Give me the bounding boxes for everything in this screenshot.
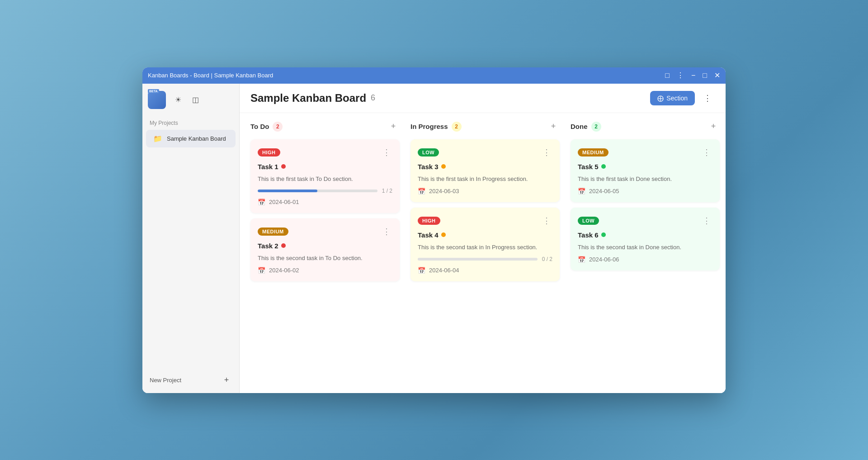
sidebar-item-sample-kanban[interactable]: 📁 Sample Kanban Board — [146, 130, 236, 147]
column-title-inprogress: In Progress — [410, 123, 448, 130]
card-description-task1: This is the first task in To Do section. — [258, 175, 392, 183]
column-inprogress: In Progress 2 + LOW ⋮ Task 3 This is the… — [410, 120, 560, 386]
priority-badge-task2: MEDIUM — [258, 228, 288, 236]
column-cards-todo: HIGH ⋮ Task 1 This is the first task in … — [250, 139, 400, 281]
column-title-group-todo: To Do 2 — [250, 122, 283, 132]
priority-badge-task6: LOW — [578, 217, 599, 225]
main-content: Sample Kanban Board 6 ⨁ Section ⋮ To Do … — [240, 84, 726, 393]
sidebar: BETA ☀ ◫ My Projects 📁 Sample Kanban Boa… — [142, 84, 240, 393]
card-description-task2: This is the second task in To Do section… — [258, 254, 392, 262]
card-title-task6: Task 6 — [578, 231, 599, 239]
calendar-icon-task4: 📅 — [418, 267, 425, 274]
card-menu-button-task6[interactable]: ⋮ — [701, 215, 712, 227]
column-add-button-done[interactable]: + — [707, 120, 720, 133]
card-menu-button-task3[interactable]: ⋮ — [541, 147, 552, 158]
section-plus-icon: ⨁ — [657, 95, 664, 102]
section-button-label: Section — [666, 95, 688, 102]
more-icon[interactable]: ⋮ — [677, 71, 684, 80]
card-title-row-task3: Task 3 — [418, 163, 552, 171]
date-row-task5: 📅 2024-06-05 — [578, 188, 712, 195]
close-icon[interactable]: ✕ — [714, 71, 720, 80]
card-menu-button-task2[interactable]: ⋮ — [381, 226, 392, 237]
status-dot-task6 — [601, 232, 606, 237]
date-row-task3: 📅 2024-06-03 — [418, 188, 552, 195]
card-header-task5: MEDIUM ⋮ — [578, 147, 712, 158]
progress-label-task4: 0 / 2 — [542, 256, 552, 262]
card-task4[interactable]: HIGH ⋮ Task 4 This is the second task in… — [410, 208, 560, 281]
extensions-icon[interactable]: □ — [665, 71, 670, 80]
card-header-task4: HIGH ⋮ — [418, 215, 552, 227]
card-description-task4: This is the second task in In Progress s… — [418, 243, 552, 251]
card-task1[interactable]: HIGH ⋮ Task 1 This is the first task in … — [250, 139, 400, 213]
calendar-icon-task2: 📅 — [258, 267, 265, 274]
titlebar-controls: □ ⋮ − □ ✕ — [665, 71, 720, 80]
card-task3[interactable]: LOW ⋮ Task 3 This is the first task in I… — [410, 139, 560, 202]
progress-row-task1: 1 / 2 — [258, 188, 392, 194]
card-task2[interactable]: MEDIUM ⋮ Task 2 This is the second task … — [250, 218, 400, 281]
sidebar-top: BETA ☀ ◫ — [142, 84, 239, 116]
card-title-task3: Task 3 — [418, 163, 439, 171]
minimize-icon[interactable]: − — [691, 71, 695, 80]
card-menu-button-task1[interactable]: ⋮ — [381, 147, 392, 158]
card-header-task1: HIGH ⋮ — [258, 147, 392, 158]
date-row-task2: 📅 2024-06-02 — [258, 267, 392, 274]
column-cards-inprogress: LOW ⋮ Task 3 This is the first task in I… — [410, 139, 560, 281]
date-text-task3: 2024-06-03 — [429, 188, 459, 194]
sidebar-bottom: New Project + — [142, 368, 239, 393]
column-title-group-inprogress: In Progress 2 — [410, 122, 462, 132]
app-window: Kanban Boards - Board | Sample Kanban Bo… — [142, 67, 726, 393]
status-dot-task1 — [281, 164, 286, 169]
card-header-task3: LOW ⋮ — [418, 147, 552, 158]
card-description-task5: This is the first task in Done section. — [578, 175, 712, 183]
card-task5[interactable]: MEDIUM ⋮ Task 5 This is the first task i… — [571, 139, 720, 202]
sidebar-icons: ☀ ◫ — [171, 93, 202, 107]
main-header: Sample Kanban Board 6 ⨁ Section ⋮ — [240, 84, 726, 113]
card-header-task6: LOW ⋮ — [578, 215, 712, 227]
card-header-task2: MEDIUM ⋮ — [258, 226, 392, 237]
column-title-group-done: Done 2 — [571, 122, 601, 132]
layout-icon-btn[interactable]: ◫ — [189, 93, 202, 107]
maximize-icon[interactable]: □ — [703, 71, 707, 80]
card-title-task1: Task 1 — [258, 163, 278, 171]
beta-badge: BETA — [148, 89, 159, 93]
board-more-options-button[interactable]: ⋮ — [700, 91, 715, 105]
column-cards-done: MEDIUM ⋮ Task 5 This is the first task i… — [571, 139, 720, 270]
section-button[interactable]: ⨁ Section — [650, 91, 695, 105]
progress-label-task1: 1 / 2 — [382, 188, 392, 194]
column-title-done: Done — [571, 123, 588, 130]
status-dot-task4 — [441, 232, 446, 237]
date-text-task5: 2024-06-05 — [589, 188, 619, 194]
titlebar-title: Kanban Boards - Board | Sample Kanban Bo… — [148, 72, 665, 79]
date-text-task6: 2024-06-06 — [589, 256, 619, 263]
header-actions: ⨁ Section ⋮ — [650, 91, 715, 105]
progress-bar-task1 — [258, 190, 377, 192]
card-menu-button-task4[interactable]: ⋮ — [541, 215, 552, 227]
calendar-icon-task6: 📅 — [578, 256, 585, 263]
column-count-done: 2 — [591, 122, 601, 132]
card-description-task6: This is the second task in Done section. — [578, 243, 712, 251]
column-header-done: Done 2 + — [571, 120, 720, 133]
theme-icon-btn[interactable]: ☀ — [171, 93, 185, 107]
column-add-button-inprogress[interactable]: + — [547, 120, 560, 133]
column-count-todo: 2 — [273, 122, 283, 132]
column-add-button-todo[interactable]: + — [387, 120, 400, 133]
project-name: Sample Kanban Board — [167, 135, 226, 142]
calendar-icon-task1: 📅 — [258, 199, 265, 206]
card-title-task4: Task 4 — [418, 231, 439, 239]
my-projects-label: My Projects — [142, 116, 239, 130]
status-dot-task2 — [281, 243, 286, 248]
status-dot-task5 — [601, 164, 606, 169]
add-project-button[interactable]: + — [221, 375, 232, 386]
priority-badge-task5: MEDIUM — [578, 148, 609, 156]
progress-row-task4: 0 / 2 — [418, 256, 552, 262]
progress-bar-task4 — [418, 258, 538, 261]
column-done: Done 2 + MEDIUM ⋮ Task 5 This is the fir… — [571, 120, 720, 386]
card-menu-button-task5[interactable]: ⋮ — [701, 147, 712, 158]
card-title-row-task1: Task 1 — [258, 163, 392, 171]
column-header-todo: To Do 2 + — [250, 120, 400, 133]
date-row-task4: 📅 2024-06-04 — [418, 267, 552, 274]
card-title-row-task2: Task 2 — [258, 242, 392, 250]
card-task6[interactable]: LOW ⋮ Task 6 This is the second task in … — [571, 208, 720, 270]
board-title: Sample Kanban Board 6 — [250, 92, 375, 104]
card-title-row-task5: Task 5 — [578, 163, 712, 171]
